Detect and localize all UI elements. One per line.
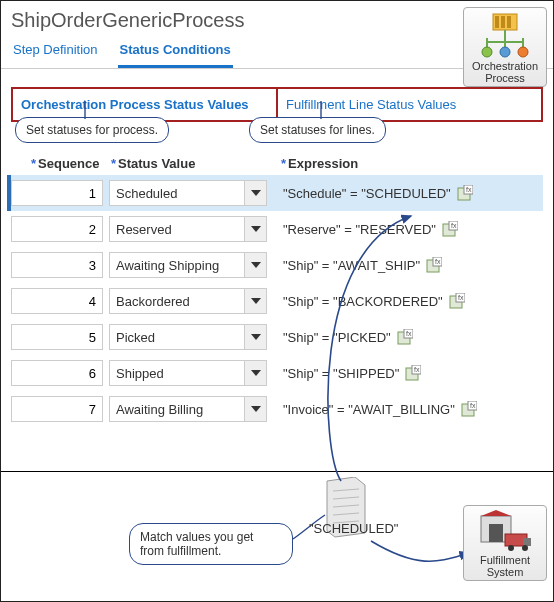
status-value-label: Scheduled (116, 186, 177, 201)
svg-text:fx: fx (435, 258, 441, 265)
svg-point-9 (482, 47, 492, 57)
status-value-label: Awaiting Billing (116, 402, 203, 417)
chevron-down-icon (244, 253, 266, 277)
subtab-orchestration-status-values[interactable]: Orchestration Process Status Values (13, 89, 278, 120)
svg-point-10 (500, 47, 510, 57)
svg-rect-48 (489, 524, 503, 542)
chevron-down-icon (244, 181, 266, 205)
expression-editor-icon[interactable]: fx (397, 329, 413, 345)
svg-text:fx: fx (466, 186, 472, 193)
expression-editor-icon[interactable]: fx (405, 365, 421, 381)
sequence-input[interactable] (11, 396, 103, 422)
chevron-down-icon (244, 325, 266, 349)
status-value-select[interactable]: Picked (109, 324, 267, 350)
expression-editor-icon[interactable]: fx (457, 185, 473, 201)
chevron-down-icon (244, 289, 266, 313)
chevron-down-icon (244, 397, 266, 421)
svg-marker-28 (251, 334, 261, 340)
svg-marker-20 (251, 262, 261, 268)
expression-editor-icon[interactable]: fx (426, 257, 442, 273)
expression-cell: "Ship" = "PICKED" fx (273, 329, 543, 345)
expression-cell: "Invoice" = "AWAIT_BILLING" fx (273, 401, 543, 417)
svg-text:fx: fx (470, 402, 476, 409)
sequence-input[interactable] (11, 360, 103, 386)
sequence-input[interactable] (11, 288, 103, 314)
svg-marker-47 (481, 510, 511, 516)
table-header: *Sequence *Status Value *Expression (1, 156, 553, 171)
svg-marker-32 (251, 370, 261, 376)
fulfillment-system-badge: Fulfillment System (463, 505, 547, 581)
svg-text:fx: fx (458, 294, 464, 301)
status-value-select[interactable]: Backordered (109, 288, 267, 314)
chevron-down-icon (244, 361, 266, 385)
table-row[interactable]: Awaiting Billing "Invoice" = "AWAIT_BILL… (11, 391, 543, 427)
status-value-select[interactable]: Awaiting Billing (109, 396, 267, 422)
svg-marker-16 (251, 226, 261, 232)
status-value-label: Awaiting Shipping (116, 258, 219, 273)
col-header-status-value: *Status Value (111, 156, 271, 171)
status-value-select[interactable]: Scheduled (109, 180, 267, 206)
subtab-fulfillment-line-status-values[interactable]: Fulfillment Line Status Values (278, 89, 541, 120)
status-value-label: Reserved (116, 222, 172, 237)
svg-marker-12 (251, 190, 261, 196)
expression-cell: "Schedule" = "SCHEDULED" fx (273, 185, 543, 201)
status-value-label: Shipped (116, 366, 164, 381)
expression-editor-icon[interactable]: fx (461, 401, 477, 417)
fulfillment-badge-label: Fulfillment System (466, 554, 544, 578)
svg-rect-50 (523, 538, 531, 546)
status-value-select[interactable]: Awaiting Shipping (109, 252, 267, 278)
expression-editor-icon[interactable]: fx (442, 221, 458, 237)
expression-cell: "Ship" = "AWAIT_SHIP" fx (273, 257, 543, 273)
expression-cell: "Reserve" = "RESERVED" fx (273, 221, 543, 237)
table-row[interactable]: Backordered "Ship" = "BACKORDERED" fx (11, 283, 543, 319)
sequence-input[interactable] (11, 324, 103, 350)
col-header-expression: *Expression (271, 156, 543, 171)
svg-rect-1 (495, 16, 499, 28)
orchestration-icon (475, 12, 535, 60)
tab-status-conditions[interactable]: Status Conditions (118, 36, 233, 68)
svg-marker-36 (251, 406, 261, 412)
warehouse-truck-icon (475, 510, 535, 554)
chevron-down-icon (244, 217, 266, 241)
table-row[interactable]: Shipped "Ship" = "SHIPPED" fx (11, 355, 543, 391)
tab-step-definition[interactable]: Step Definition (11, 36, 100, 68)
svg-text:fx: fx (451, 222, 457, 229)
scheduled-value-label: "SCHEDULED" (309, 521, 398, 536)
status-value-select[interactable]: Reserved (109, 216, 267, 242)
expression-editor-icon[interactable]: fx (449, 293, 465, 309)
status-rows: Scheduled "Schedule" = "SCHEDULED" fx Re… (1, 171, 553, 437)
svg-text:fx: fx (406, 330, 412, 337)
status-value-label: Picked (116, 330, 155, 345)
expression-cell: "Ship" = "BACKORDERED" fx (273, 293, 543, 309)
table-row[interactable]: Awaiting Shipping "Ship" = "AWAIT_SHIP" … (11, 247, 543, 283)
status-value-select[interactable]: Shipped (109, 360, 267, 386)
svg-rect-3 (507, 16, 511, 28)
svg-point-11 (518, 47, 528, 57)
orchestration-process-badge: Orchestration Process (463, 7, 547, 87)
col-header-sequence: *Sequence (11, 156, 111, 171)
svg-marker-24 (251, 298, 261, 304)
table-row[interactable]: Picked "Ship" = "PICKED" fx (11, 319, 543, 355)
table-row[interactable]: Reserved "Reserve" = "RESERVED" fx (11, 211, 543, 247)
svg-text:fx: fx (414, 366, 420, 373)
callout-line-statuses: Set statuses for lines. (249, 117, 386, 143)
svg-point-51 (508, 545, 514, 551)
sequence-input[interactable] (11, 252, 103, 278)
svg-point-52 (522, 545, 528, 551)
callout-match-values: Match values you get from fulfillment. (129, 523, 293, 565)
table-row[interactable]: Scheduled "Schedule" = "SCHEDULED" fx (7, 175, 543, 211)
sequence-input[interactable] (11, 180, 103, 206)
expression-cell: "Ship" = "SHIPPED" fx (273, 365, 543, 381)
orchestration-badge-label: Orchestration Process (466, 60, 544, 84)
status-value-label: Backordered (116, 294, 190, 309)
callout-process-statuses: Set statuses for process. (15, 117, 169, 143)
svg-rect-2 (501, 16, 505, 28)
sequence-input[interactable] (11, 216, 103, 242)
